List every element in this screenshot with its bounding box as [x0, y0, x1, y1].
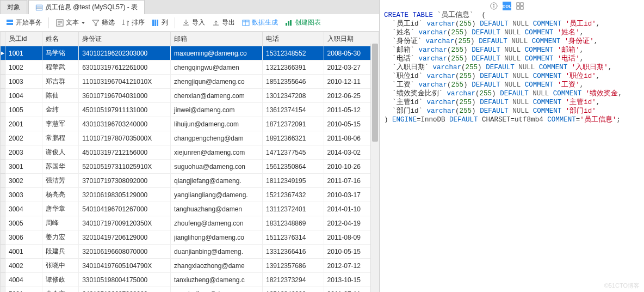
column-header[interactable]: 邮箱: [171, 32, 263, 46]
table-cell[interactable]: 18512355646: [262, 75, 324, 89]
table-cell[interactable]: 周峰: [42, 216, 79, 230]
grid-view-icon[interactable]: [516, 2, 524, 10]
table-cell[interactable]: zhengjiqun@dameng.co: [171, 75, 263, 89]
table-row[interactable]: 1004陈仙360107196704031000chenxian@dameng.…: [1, 89, 379, 103]
table-cell[interactable]: 杨亮亮: [42, 188, 79, 202]
table-cell[interactable]: 段建兵: [42, 245, 79, 259]
import-button[interactable]: 导入: [179, 17, 207, 28]
table-cell[interactable]: 430103196703240000: [79, 117, 171, 131]
table-cell[interactable]: 强洁芳: [42, 174, 79, 188]
sql-ddl-view[interactable]: CREATE TABLE `员工信息` ( `员工id` varchar(255…: [380, 11, 644, 292]
table-cell[interactable]: 袁会方: [42, 287, 79, 293]
table-cell[interactable]: 110103196704121010X: [79, 75, 171, 89]
column-header[interactable]: 电话: [262, 32, 324, 46]
table-cell[interactable]: 4004: [5, 273, 42, 287]
table-cell[interactable]: chenxian@dameng.com: [171, 89, 263, 103]
table-cell[interactable]: 谢俊人: [42, 145, 79, 160]
sort-button[interactable]: 排序: [119, 17, 147, 28]
vertical-scrollbar[interactable]: [370, 44, 379, 292]
column-header[interactable]: 身份证: [79, 32, 171, 46]
table-row[interactable]: 2001李慧军430103196703240000lihuijun@dameng…: [1, 117, 379, 131]
table-cell[interactable]: 13012347208: [262, 89, 324, 103]
table-cell[interactable]: 15612350864: [262, 160, 324, 174]
text-button[interactable]: 文本: [53, 17, 87, 28]
info-icon[interactable]: [490, 2, 498, 10]
table-cell[interactable]: 18212373294: [262, 273, 324, 287]
table-cell[interactable]: 常鹏程: [42, 131, 79, 145]
table-cell[interactable]: zhangxiaozhong@dame: [171, 259, 263, 273]
table-cell[interactable]: 张晓中: [42, 259, 79, 273]
table-cell[interactable]: jianglihong@dameng.co: [171, 230, 263, 245]
table-cell[interactable]: 340104197605104790X: [79, 259, 171, 273]
table-cell[interactable]: 陈仙: [42, 89, 79, 103]
table-cell[interactable]: 13612374154: [262, 103, 324, 117]
table-cell[interactable]: 450103197212156000: [79, 145, 171, 160]
table-cell[interactable]: 3005: [5, 216, 42, 230]
table-cell[interactable]: 3003: [5, 188, 42, 202]
table-row[interactable]: 5001袁会方640105196607028000yuanhuifang@dam…: [1, 287, 379, 293]
begin-transaction-button[interactable]: 开始事务: [3, 17, 44, 28]
table-cell[interactable]: 2003: [5, 145, 42, 160]
table-cell[interactable]: 110107197807035000X: [79, 131, 171, 145]
ddl-view-icon[interactable]: DDL: [503, 2, 511, 10]
table-cell[interactable]: 姜力宏: [42, 230, 79, 245]
table-cell[interactable]: 640105196607028000: [79, 287, 171, 293]
table-row[interactable]: 3001苏国华520105197311025910Xsuguohua@damen…: [1, 160, 379, 174]
table-row[interactable]: 1003郑吉群110103196704121010Xzhengjiqun@dam…: [1, 75, 379, 89]
table-cell[interactable]: 340107197009120350X: [79, 216, 171, 230]
table-cell[interactable]: 18112349195: [262, 174, 324, 188]
table-row[interactable]: 4001段建兵320106196608070000duanjianbing@da…: [1, 245, 379, 259]
table-cell[interactable]: 15112376314: [262, 230, 324, 245]
table-cell[interactable]: 郑吉群: [42, 75, 79, 89]
table-cell[interactable]: 5001: [5, 287, 42, 293]
create-chart-button[interactable]: 创建图表: [282, 17, 323, 28]
table-cell[interactable]: 3001: [5, 160, 42, 174]
table-cell[interactable]: 3006: [5, 230, 42, 245]
table-row[interactable]: 4004谭修政330105198004175000tanxiuzheng@dam…: [1, 273, 379, 287]
table-cell[interactable]: yuanhuifang@dameng.c: [171, 287, 263, 293]
table-cell[interactable]: changpengcheng@dam: [171, 131, 263, 145]
table-cell[interactable]: 320104197206129000: [79, 230, 171, 245]
table-cell[interactable]: zhoufeng@dameng.con: [171, 216, 263, 230]
table-cell[interactable]: 4001: [5, 245, 42, 259]
table-cell[interactable]: tanghuazhang@damen: [171, 202, 263, 216]
table-cell[interactable]: 3002: [5, 174, 42, 188]
table-cell[interactable]: 1002: [5, 60, 42, 75]
table-cell[interactable]: 1005: [5, 103, 42, 117]
scroll-thumb[interactable]: [372, 44, 378, 142]
table-cell[interactable]: 18912366321: [262, 131, 324, 145]
table-cell[interactable]: 唐华章: [42, 202, 79, 216]
table-cell[interactable]: 15212367432: [262, 188, 324, 202]
table-cell[interactable]: 1003: [5, 75, 42, 89]
table-cell[interactable]: 18712372091: [262, 117, 324, 131]
table-cell[interactable]: qiangjiefang@dameng.: [171, 174, 263, 188]
table-cell[interactable]: 谭修政: [42, 273, 79, 287]
table-row[interactable]: 3003杨亮亮320106198305129000yangliangliang@…: [1, 188, 379, 202]
table-cell[interactable]: 4002: [5, 259, 42, 273]
table-cell[interactable]: 13212366391: [262, 60, 324, 75]
table-cell[interactable]: 15312348552: [262, 46, 324, 60]
table-cell[interactable]: 13312366416: [262, 245, 324, 259]
column-header[interactable]: 姓名: [42, 32, 79, 46]
table-row[interactable]: 1002程擎武630103197612261000chengqingwu@dam…: [1, 60, 379, 75]
columns-button[interactable]: 列: [149, 17, 170, 28]
table-cell[interactable]: 540104196701267000: [79, 202, 171, 216]
table-cell[interactable]: 13112372401: [262, 202, 324, 216]
table-cell[interactable]: jinwei@dameng.com: [171, 103, 263, 117]
column-header[interactable]: 员工id: [5, 32, 42, 46]
table-cell[interactable]: xiejunren@dameng.com: [171, 145, 263, 160]
table-cell[interactable]: suguohua@dameng.con: [171, 160, 263, 174]
table-cell[interactable]: maxueming@dameng.co: [171, 46, 263, 60]
table-row[interactable]: 1005金纬450105197911131000jinwei@dameng.co…: [1, 103, 379, 117]
data-gen-button[interactable]: 数据生成: [239, 17, 280, 28]
table-cell[interactable]: 520105197311025910X: [79, 160, 171, 174]
table-row[interactable]: 2003谢俊人450103197212156000xiejunren@damen…: [1, 145, 379, 160]
table-cell[interactable]: yangliangliang@dameng.: [171, 188, 263, 202]
table-cell[interactable]: 程擎武: [42, 60, 79, 75]
table-cell[interactable]: 18312348869: [262, 216, 324, 230]
table-cell[interactable]: chengqingwu@damen: [171, 60, 263, 75]
table-cell[interactable]: 360107196704031000: [79, 89, 171, 103]
table-cell[interactable]: 340102196202303000: [79, 46, 171, 60]
table-cell[interactable]: 630103197612261000: [79, 60, 171, 75]
table-cell[interactable]: 3004: [5, 202, 42, 216]
